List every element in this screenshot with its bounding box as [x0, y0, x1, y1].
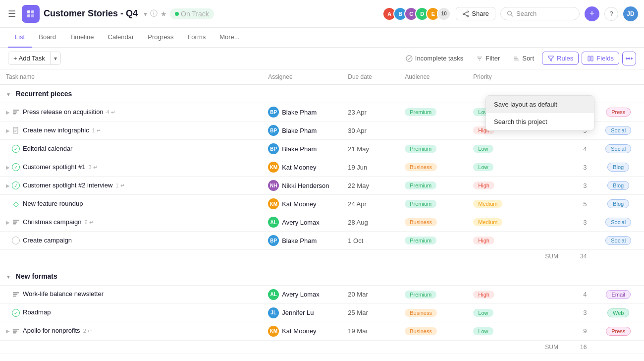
help-button[interactable]: ? — [604, 7, 618, 21]
task-name-cell: ▶Create new infographic1 ↵ — [0, 121, 262, 140]
add-button[interactable]: + — [585, 6, 599, 21]
info-icon[interactable]: ⓘ — [150, 9, 158, 18]
row-expand-icon[interactable]: ▶ — [6, 328, 10, 334]
sort-button[interactable]: Sort — [508, 52, 539, 64]
rules-button[interactable]: Rules — [542, 52, 579, 65]
avatar-count[interactable]: 10 — [437, 7, 451, 21]
tag-cell: Blog — [592, 195, 644, 213]
tab-board[interactable]: Board — [32, 28, 63, 48]
task-name[interactable]: Editorial calendar — [23, 145, 72, 152]
table-row[interactable]: ▶Customer spotlight #2 interview1 ↵ NH N… — [0, 177, 644, 195]
table-row[interactable]: ▶Customer spotlight #13 ↵ KM Kat Mooney … — [0, 158, 644, 177]
task-name[interactable]: Customer spotlight #2 interview — [23, 181, 112, 189]
priority-cell: Low — [467, 322, 530, 340]
dropdown-icon[interactable]: ▾ — [144, 10, 147, 18]
col-header-assignee: Assignee — [262, 69, 342, 85]
num-cell: 4 — [564, 140, 593, 158]
row-expand-icon[interactable]: ▶ — [6, 183, 10, 188]
tab-list[interactable]: List — [8, 28, 32, 48]
task-name[interactable]: Apollo for nonprofits — [23, 327, 80, 334]
task-name[interactable]: Work-life balance newsletter — [23, 290, 104, 298]
dropdown-item-save-layout[interactable]: Save layout as default — [486, 96, 594, 113]
due-date-cell: 30 Apr — [342, 121, 399, 140]
tab-progress[interactable]: Progress — [141, 28, 180, 48]
check-done-icon — [12, 163, 20, 171]
table-row[interactable]: Editorial calendar BP Blake Pham 21 May … — [0, 140, 644, 158]
task-name[interactable]: Christmas campaign — [23, 218, 82, 226]
task-name[interactable]: Create campaign — [23, 237, 72, 244]
row-expand-icon[interactable]: ▶ — [6, 165, 10, 170]
user-avatar[interactable]: JD — [623, 6, 638, 21]
task-name[interactable]: Create new infographic — [23, 126, 89, 134]
three-dots-button[interactable]: ••• — [622, 52, 636, 65]
fields-button[interactable]: Fields — [582, 52, 619, 65]
subtask-count: 1 ↵ — [92, 127, 101, 133]
priority-cell: Medium — [467, 213, 530, 232]
check-circle-icon — [12, 237, 20, 244]
multi-task-icon — [12, 291, 20, 299]
num-cell: 5 — [564, 195, 593, 213]
svg-rect-27 — [13, 220, 19, 221]
section-toggle[interactable]: ▼ — [6, 274, 11, 280]
col-header-empty — [530, 69, 564, 85]
app-icon — [22, 5, 40, 23]
assignee-cell: NH Nikki Henderson — [262, 177, 342, 195]
table-container: Task name Assignee Due date Audience Pri… — [0, 69, 644, 361]
dropdown-menu: Save layout as default Search this proje… — [485, 95, 594, 131]
audience-cell — [399, 121, 467, 140]
tab-more[interactable]: More... — [213, 28, 246, 48]
row-expand-icon[interactable]: ▶ — [6, 128, 10, 133]
tab-forms[interactable]: Forms — [180, 28, 213, 48]
table-row[interactable]: ▶Christmas campaign6 ↵ AL Avery Lomax 28… — [0, 213, 644, 232]
sum-label: SUM — [530, 250, 564, 263]
search-box[interactable]: Search — [500, 7, 580, 20]
svg-rect-30 — [13, 292, 19, 294]
assignee-cell: BP Blake Pham — [262, 232, 342, 250]
task-name-cell: ▶Customer spotlight #2 interview1 ↵ — [0, 177, 262, 195]
audience-cell: Business — [399, 303, 467, 322]
svg-point-5 — [467, 15, 469, 17]
task-name[interactable]: Press release on acquisition — [23, 108, 104, 116]
row-expand-icon[interactable]: ▶ — [6, 220, 10, 225]
section-toggle[interactable]: ▼ — [6, 92, 11, 97]
row-expand-icon[interactable]: ▶ — [6, 110, 10, 115]
assignee-avatar: JL — [268, 307, 279, 318]
task-name[interactable]: Roadmap — [23, 308, 51, 316]
task-name[interactable]: New feature roundup — [23, 200, 83, 207]
priority-cell: High — [467, 177, 530, 195]
tab-calendar[interactable]: Calendar — [101, 28, 141, 48]
svg-point-9 — [508, 11, 512, 15]
subtask-count: 6 ↵ — [85, 219, 94, 225]
avatar-group: A B C D E 10 — [382, 7, 451, 21]
assignee-name: Blake Pham — [282, 109, 317, 116]
star-icon[interactable]: ★ — [161, 10, 167, 18]
incomplete-tasks-button[interactable]: Incomplete tasks — [401, 52, 469, 64]
table-row[interactable]: Roadmap JL Jennifer Lu 25 Mar Business L… — [0, 303, 644, 322]
table-row[interactable]: ◇New feature roundup KM Kat Mooney 24 Ap… — [0, 195, 644, 213]
sum-empty — [0, 340, 530, 354]
tag-cell: Social — [592, 213, 644, 232]
add-task-dropdown[interactable]: ▾ — [51, 53, 60, 64]
table-row[interactable]: Create campaign BP Blake Pham 1 Oct Prem… — [0, 232, 644, 250]
menu-icon[interactable]: ☰ — [6, 6, 18, 21]
add-task-main[interactable]: + Add Task — [8, 52, 51, 64]
share-button[interactable]: Share — [456, 7, 495, 20]
assignee-name: Avery Lomax — [282, 219, 320, 226]
svg-rect-1 — [31, 10, 34, 13]
assignee-name: Blake Pham — [282, 145, 317, 153]
tag-cell: Press — [592, 103, 644, 121]
subtask-count: 2 ↵ — [83, 328, 92, 334]
task-name[interactable]: Customer spotlight #1 — [23, 163, 85, 171]
audience-cell: Business — [399, 213, 467, 232]
table-row[interactable]: Work-life balance newsletter AL Avery Lo… — [0, 285, 644, 303]
assignee-cell: BP Blake Pham — [262, 140, 342, 158]
table-row[interactable]: ▶Apollo for nonprofits2 ↵ KM Kat Mooney … — [0, 322, 644, 340]
assignee-cell: BP Blake Pham — [262, 103, 342, 121]
sum-tag-empty — [592, 340, 644, 354]
due-date-cell: 25 Mar — [342, 303, 399, 322]
filter-button[interactable]: Filter — [471, 52, 505, 64]
empty-cell — [530, 285, 564, 303]
dropdown-item-search-project[interactable]: Search this project — [486, 113, 594, 130]
tab-timeline[interactable]: Timeline — [63, 28, 101, 48]
priority-cell: Low — [467, 140, 530, 158]
